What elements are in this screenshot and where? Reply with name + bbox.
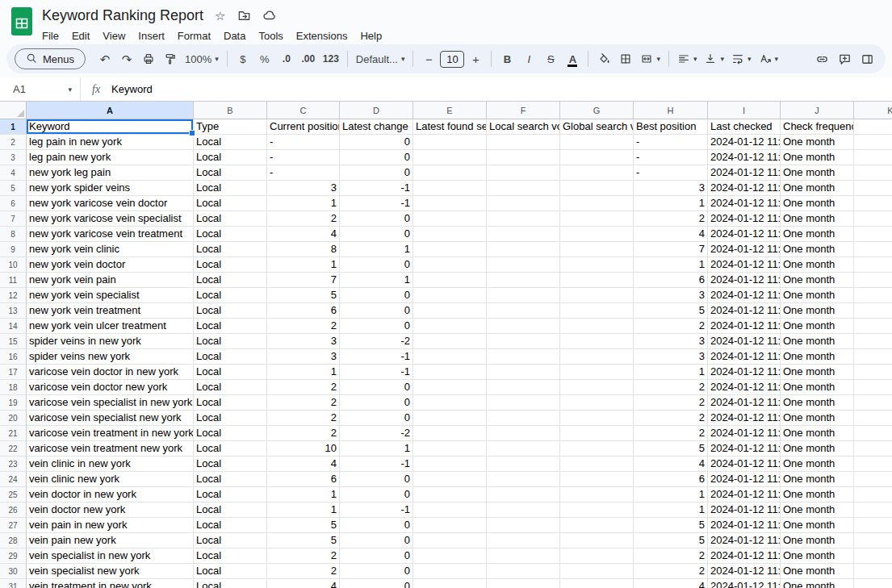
cell[interactable]: 3 [634,181,708,196]
sheets-app-icon[interactable] [11,7,32,39]
format-percent-button[interactable]: % [254,48,275,70]
cell[interactable] [854,487,892,503]
cell[interactable] [560,273,634,288]
cell[interactable]: 2024-01-12 11:3 [708,518,781,533]
cell[interactable]: Local [194,518,267,533]
cell[interactable] [854,349,892,365]
cell[interactable] [487,533,560,548]
increase-font-size-button[interactable]: + [465,48,486,70]
cell[interactable] [413,395,487,411]
cell[interactable]: 0 [340,518,413,533]
vertical-align-button[interactable]: ▾ [701,48,727,70]
cell[interactable]: new york varicose vein doctor [27,196,194,211]
cell[interactable]: 2024-01-12 11:3 [708,349,781,365]
cell[interactable]: One month [781,472,854,487]
cell[interactable] [854,365,892,380]
cell[interactable]: 1 [634,487,708,503]
cell[interactable]: 2024-01-12 11:3 [708,181,781,196]
cell[interactable]: One month [781,227,854,242]
cell[interactable] [560,365,634,380]
column-header-J[interactable]: J [781,102,854,119]
cell[interactable]: One month [781,441,854,457]
cell[interactable]: 0 [340,579,413,588]
cell[interactable]: One month [781,457,854,472]
row-header-14[interactable]: 14 [0,319,27,334]
cell[interactable] [487,242,560,257]
cell[interactable]: One month [781,349,854,365]
cell[interactable] [413,472,487,487]
cell[interactable]: 2024-01-12 11:3 [708,487,781,503]
cell[interactable]: 5 [634,303,708,319]
cell[interactable]: new york spider veins [27,181,194,196]
cell[interactable]: 2 [634,426,708,441]
column-header-C[interactable]: C [267,102,340,119]
cell[interactable]: 2024-01-12 11:3 [708,242,781,257]
row-header-22[interactable]: 22 [0,441,27,457]
cell[interactable] [854,380,892,395]
cell[interactable] [413,365,487,380]
cell[interactable]: Type [194,119,267,135]
row-header-10[interactable]: 10 [0,257,27,273]
cell[interactable] [560,181,634,196]
text-color-button[interactable]: A [562,48,583,70]
cell[interactable]: 2024-01-12 11:3 [708,548,781,564]
cell[interactable]: 2024-01-12 11:3 [708,135,781,150]
cell[interactable]: 2024-01-12 11:3 [708,334,781,349]
cell[interactable] [560,503,634,518]
cell[interactable] [854,426,892,441]
cell[interactable] [413,227,487,242]
cell[interactable]: 0 [340,135,413,150]
row-header-30[interactable]: 30 [0,564,27,579]
cell[interactable] [413,457,487,472]
cell[interactable] [854,503,892,518]
row-header-3[interactable]: 3 [0,150,27,165]
cell[interactable]: 2024-01-12 11:3 [708,150,781,165]
select-all-corner[interactable] [0,102,27,119]
cell[interactable]: varicose vein specialist in new york [27,395,194,411]
cell[interactable]: 5 [634,518,708,533]
cell[interactable] [854,273,892,288]
cell[interactable]: 0 [340,288,413,303]
cell[interactable] [560,457,634,472]
row-header-17[interactable]: 17 [0,365,27,380]
cell[interactable]: 2024-01-12 11:3 [708,319,781,334]
cell[interactable] [560,380,634,395]
cell[interactable]: 1 [340,242,413,257]
cell[interactable]: new york varicose vein specialist [27,211,194,227]
cell[interactable] [560,349,634,365]
cell[interactable]: One month [781,503,854,518]
cell[interactable] [854,135,892,150]
column-header-F[interactable]: F [487,102,560,119]
cell[interactable]: Local [194,273,267,288]
menu-help[interactable]: Help [354,27,388,44]
cell[interactable]: new york varicose vein treatment [27,227,194,242]
cell[interactable]: 4 [634,579,708,588]
cell[interactable]: Local [194,548,267,564]
cell[interactable] [854,150,892,165]
cell[interactable]: One month [781,303,854,319]
cell[interactable] [854,319,892,334]
print-button[interactable] [138,48,159,70]
cell[interactable] [413,211,487,227]
cell[interactable]: new york vein doctor [27,257,194,273]
cell[interactable]: - [634,150,708,165]
cell[interactable] [487,487,560,503]
cell[interactable]: Local [194,135,267,150]
column-header-H[interactable]: H [634,102,708,119]
cell[interactable]: Local [194,487,267,503]
row-header-19[interactable]: 19 [0,395,27,411]
cell[interactable]: One month [781,181,854,196]
cell[interactable]: 0 [340,303,413,319]
cell[interactable] [854,411,892,426]
cell[interactable] [854,242,892,257]
cell[interactable]: One month [781,150,854,165]
row-header-27[interactable]: 27 [0,518,27,533]
cell[interactable]: 2024-01-12 11:3 [708,196,781,211]
cell[interactable] [560,548,634,564]
cell[interactable]: Best position [634,119,708,135]
column-header-D[interactable]: D [340,102,413,119]
cell[interactable]: Local [194,411,267,426]
text-wrap-button[interactable]: ▾ [728,48,755,70]
cell[interactable]: -1 [340,457,413,472]
menu-tools[interactable]: Tools [252,27,289,44]
